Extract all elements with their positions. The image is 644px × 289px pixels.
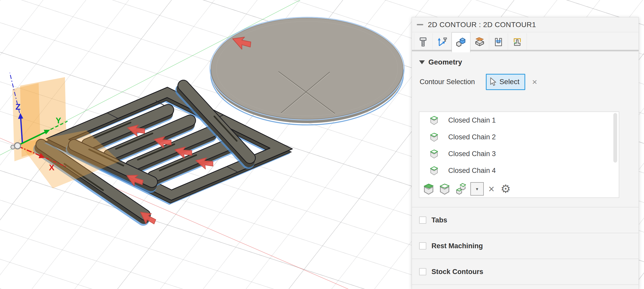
option-row-stock-contours: Stock Contours — [412, 259, 639, 284]
axis-label-x: X — [49, 163, 55, 172]
select-solid-top-icon[interactable] — [422, 183, 435, 195]
geometry-icon — [455, 37, 467, 48]
tab-tool[interactable] — [414, 33, 433, 51]
stock-contours-label: Stock Contours — [431, 268, 483, 276]
tab-strip — [414, 32, 527, 51]
dialog-footer: i OK Cancel — [412, 284, 639, 289]
tabs-checkbox[interactable] — [419, 216, 426, 224]
rest-machining-checkbox[interactable] — [419, 242, 426, 250]
dialog-title: 2D CONTOUR : 2D CONTOUR1 — [428, 21, 536, 29]
tab-passes[interactable] — [489, 33, 508, 51]
option-row-rest-machining: Rest Machining — [412, 233, 639, 259]
selection-toolbar: ▼ × ⚙ — [422, 181, 511, 196]
select-button-label: Select — [499, 78, 520, 86]
list-item-chain-3[interactable]: Closed Chain 3 — [419, 146, 619, 162]
tab-strip-divider — [412, 50, 639, 51]
tool-orientation-icon — [436, 36, 448, 48]
contour-selection-row: Contour Selection Select × — [420, 74, 639, 90]
tab-geometry[interactable] — [452, 32, 470, 52]
closed-chain-icon — [429, 132, 439, 142]
chain-label: Closed Chain 2 — [448, 133, 496, 141]
geometry-section-label: Geometry — [428, 58, 462, 66]
linking-icon — [512, 36, 523, 48]
contour-select-button[interactable]: Select — [486, 74, 526, 90]
closed-chain-icon — [429, 115, 439, 126]
select-chain-icon[interactable] — [454, 183, 467, 195]
tab-tool-orientation[interactable] — [433, 33, 452, 51]
selection-mode-dropdown[interactable]: ▼ — [470, 182, 484, 196]
axis-label-z: Z — [15, 102, 21, 111]
list-scrollbar[interactable] — [613, 113, 617, 163]
remove-selection-icon[interactable]: × — [488, 184, 494, 194]
stock-contours-checkbox[interactable] — [419, 268, 426, 275]
chain-list: Closed Chain 1 Closed Chain 2 Closed Cha… — [419, 111, 619, 198]
axis-label-y: Y — [56, 116, 61, 125]
list-item-chain-1[interactable]: Closed Chain 1 — [419, 112, 619, 129]
tab-heights[interactable] — [470, 33, 489, 51]
section-expand-icon — [419, 60, 425, 64]
geometry-section-header[interactable]: Geometry — [419, 58, 639, 66]
closed-chain-icon — [429, 149, 439, 159]
list-item-chain-4[interactable]: Closed Chain 4 — [419, 162, 619, 179]
chevron-down-icon: ▼ — [475, 187, 479, 191]
tab-linking[interactable] — [508, 33, 527, 51]
2d-contour-dialog: 2D CONTOUR : 2D CONTOUR1 — [412, 17, 639, 289]
list-item-chain-2[interactable]: Closed Chain 2 — [419, 129, 619, 146]
select-face-outline-icon[interactable] — [438, 183, 451, 195]
gear-icon[interactable]: ⚙ — [501, 183, 511, 195]
chain-label: Closed Chain 4 — [448, 167, 496, 175]
chain-label: Closed Chain 3 — [448, 150, 496, 158]
passes-icon — [493, 36, 504, 48]
collapse-icon[interactable] — [414, 19, 426, 31]
tool-icon — [418, 36, 429, 48]
contour-selection-label: Contour Selection — [420, 78, 475, 86]
closed-chain-icon — [429, 166, 439, 176]
rest-machining-label: Rest Machining — [431, 242, 483, 250]
heights-icon — [474, 36, 485, 48]
dialog-header: 2D CONTOUR : 2D CONTOUR1 — [412, 17, 639, 32]
option-row-tabs: Tabs — [412, 207, 639, 233]
disc-part[interactable] — [210, 17, 404, 125]
clear-selection-icon[interactable]: × — [532, 77, 537, 86]
cursor-icon — [490, 77, 497, 86]
chain-label: Closed Chain 1 — [448, 116, 496, 124]
tabs-label: Tabs — [431, 216, 447, 224]
